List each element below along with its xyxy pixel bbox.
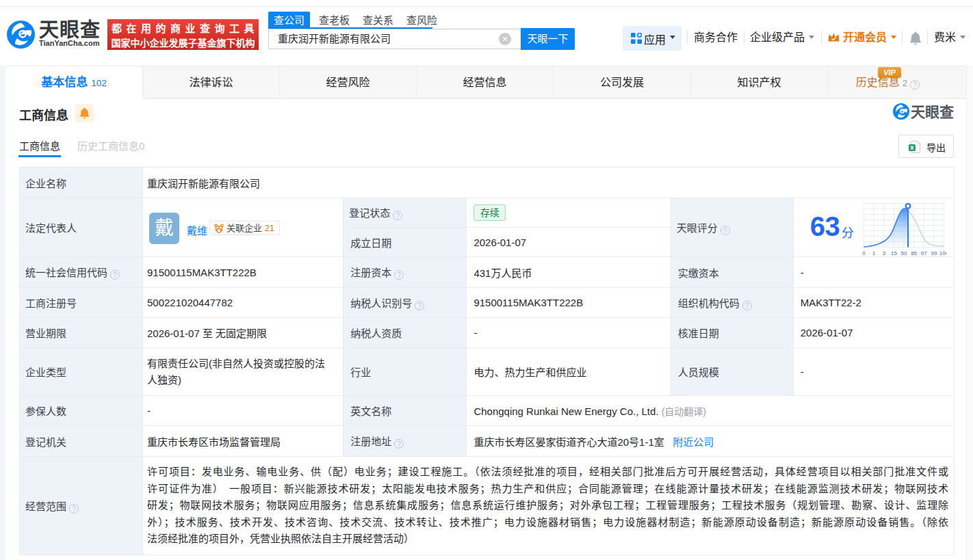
svg-text:97: 97 bbox=[921, 250, 927, 256]
svg-text:50: 50 bbox=[900, 250, 907, 256]
svg-text:85: 85 bbox=[911, 250, 917, 256]
svg-text:3: 3 bbox=[882, 250, 885, 256]
svg-text:100: 100 bbox=[939, 250, 946, 256]
svg-text:1: 1 bbox=[872, 250, 876, 256]
svg-text:15: 15 bbox=[891, 250, 897, 256]
svg-text:0: 0 bbox=[862, 250, 866, 256]
svg-text:99: 99 bbox=[931, 250, 937, 256]
